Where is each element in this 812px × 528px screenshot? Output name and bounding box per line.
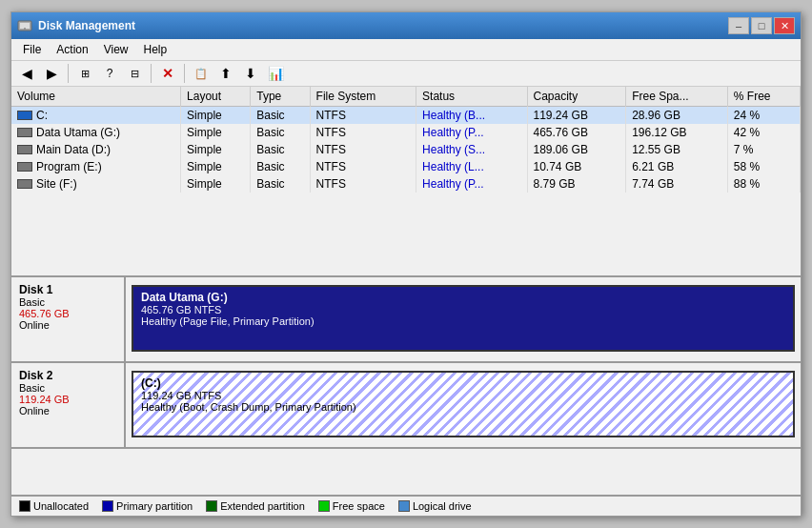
table-row[interactable]: Program (E:) Simple Basic NTFS Healthy (… — [11, 158, 801, 175]
table-row[interactable]: Site (F:) Simple Basic NTFS Healthy (P..… — [11, 175, 801, 193]
back-button[interactable]: ◀ — [15, 63, 38, 84]
svg-point-2 — [24, 28, 26, 30]
cell-type: Basic — [251, 158, 310, 175]
col-pctfree[interactable]: % Free — [727, 87, 800, 107]
up-arrow-button[interactable]: ⬆ — [214, 63, 237, 84]
disk-management-window: Disk Management – □ ✕ File Action View H… — [10, 11, 802, 517]
cell-status: Healthy (L... — [416, 158, 527, 175]
extended-label: Extended partition — [220, 500, 305, 512]
col-status[interactable]: Status — [416, 87, 527, 107]
cell-capacity: 119.24 GB — [527, 107, 626, 125]
volume-table-area[interactable]: Volume Layout Type File System Status Ca… — [11, 87, 801, 277]
menu-view[interactable]: View — [96, 41, 136, 58]
delete-button[interactable]: ✕ — [156, 63, 179, 84]
chart-button[interactable]: 📊 — [264, 63, 287, 84]
cell-status: Healthy (S... — [416, 141, 527, 158]
cell-layout: Simple — [181, 124, 251, 141]
cell-capacity: 189.06 GB — [527, 141, 626, 158]
toolbar-separator-2 — [151, 64, 152, 83]
unallocated-swatch — [19, 500, 30, 512]
window-controls: – □ ✕ — [728, 17, 795, 34]
partition-detail1: 119.24 GB NTFS — [141, 390, 785, 401]
table-row[interactable]: Main Data (D:) Simple Basic NTFS Healthy… — [11, 141, 801, 158]
partition-bar[interactable]: Data Utama (G:) 465.76 GB NTFS Healthy (… — [132, 285, 795, 352]
cell-fs: NTFS — [310, 141, 416, 158]
app-icon — [17, 18, 32, 33]
minimize-button[interactable]: – — [728, 17, 749, 34]
legend-freespace: Free space — [318, 500, 385, 512]
cell-fs: NTFS — [310, 175, 416, 193]
partition-name: Data Utama (G:) — [141, 291, 785, 304]
cell-capacity: 8.79 GB — [527, 175, 626, 193]
window-title: Disk Management — [38, 19, 728, 32]
partition-name: (C:) — [141, 376, 785, 390]
down-arrow-button[interactable]: ⬇ — [239, 63, 262, 84]
cell-free: 196.12 GB — [626, 124, 728, 141]
extended-swatch — [206, 500, 217, 512]
col-freespace[interactable]: Free Spa... — [626, 87, 728, 107]
cell-free: 28.96 GB — [626, 107, 728, 125]
col-filesystem[interactable]: File System — [310, 87, 416, 107]
cell-pct: 24 % — [727, 107, 800, 125]
title-bar: Disk Management – □ ✕ — [11, 12, 801, 39]
partition-bar[interactable]: (C:) 119.24 GB NTFS Healthy (Boot, Crash… — [132, 371, 795, 437]
cell-pct: 42 % — [727, 124, 800, 141]
disk-info: Disk 1 Basic 465.76 GB Online — [11, 277, 126, 361]
cell-layout: Simple — [181, 141, 251, 158]
primary-label: Primary partition — [116, 500, 193, 512]
help-button[interactable]: ? — [98, 63, 121, 84]
menu-action[interactable]: Action — [49, 41, 95, 58]
disk-name: Disk 2 — [19, 369, 116, 382]
logical-label: Logical drive — [413, 500, 472, 512]
partition-detail1: 465.76 GB NTFS — [141, 304, 785, 315]
freespace-label: Free space — [333, 500, 385, 512]
col-layout[interactable]: Layout — [181, 87, 251, 107]
cell-volume: Main Data (D:) — [11, 141, 181, 158]
cell-type: Basic — [251, 141, 310, 158]
show-console-button[interactable]: ⊟ — [123, 63, 146, 84]
volume-name: C: — [36, 109, 48, 122]
cell-fs: NTFS — [310, 158, 416, 175]
cell-pct: 88 % — [727, 175, 800, 193]
menu-file[interactable]: File — [15, 41, 49, 58]
col-type[interactable]: Type — [251, 87, 310, 107]
cell-status: Healthy (P... — [416, 124, 527, 141]
disk-size: 119.24 GB — [19, 394, 116, 405]
cell-volume: Program (E:) — [11, 158, 181, 175]
table-row[interactable]: C: Simple Basic NTFS Healthy (B... 119.2… — [11, 107, 801, 125]
menu-help[interactable]: Help — [136, 41, 175, 58]
cell-volume: Site (F:) — [11, 175, 181, 193]
disk-panel: Disk 2 Basic 119.24 GB Online (C:) 119.2… — [11, 363, 801, 449]
partition-detail2: Healthy (Page File, Primary Partition) — [141, 315, 785, 327]
table-row[interactable]: Data Utama (G:) Simple Basic NTFS Health… — [11, 124, 801, 141]
cell-type: Basic — [251, 175, 310, 193]
cell-free: 12.55 GB — [626, 141, 728, 158]
partition-detail2: Healthy (Boot, Crash Dump, Primary Parti… — [141, 401, 785, 413]
cell-pct: 7 % — [727, 141, 800, 158]
disk-status: Online — [19, 319, 116, 331]
volume-name: Data Utama (G:) — [36, 126, 120, 139]
export-button[interactable]: 📋 — [190, 63, 213, 84]
close-button[interactable]: ✕ — [774, 17, 795, 34]
maximize-button[interactable]: □ — [751, 17, 772, 34]
menu-bar: File Action View Help — [11, 39, 801, 61]
volume-name: Main Data (D:) — [36, 143, 111, 156]
forward-button[interactable]: ▶ — [40, 63, 63, 84]
legend-extended: Extended partition — [206, 500, 305, 512]
disk-visual[interactable]: Data Utama (G:) 465.76 GB NTFS Healthy (… — [126, 277, 801, 361]
volume-name: Site (F:) — [36, 177, 77, 191]
disk-type: Basic — [19, 296, 116, 308]
legend-unallocated: Unallocated — [19, 500, 89, 512]
disk-panel: Disk 1 Basic 465.76 GB Online Data Utama… — [11, 277, 801, 363]
cell-status: Healthy (B... — [416, 107, 527, 125]
toolbar: ◀ ▶ ⊞ ? ⊟ ✕ 📋 ⬆ ⬇ 📊 — [11, 61, 801, 87]
legend-logical: Logical drive — [398, 500, 472, 512]
disk-panel-area[interactable]: Disk 1 Basic 465.76 GB Online Data Utama… — [11, 277, 801, 495]
disk-visual[interactable]: (C:) 119.24 GB NTFS Healthy (Boot, Crash… — [126, 363, 801, 447]
up-button[interactable]: ⊞ — [73, 63, 96, 84]
disk-info: Disk 2 Basic 119.24 GB Online — [11, 363, 126, 447]
col-capacity[interactable]: Capacity — [527, 87, 626, 107]
volume-table: Volume Layout Type File System Status Ca… — [11, 87, 801, 193]
cell-capacity: 10.74 GB — [527, 158, 626, 175]
col-volume[interactable]: Volume — [11, 87, 181, 107]
